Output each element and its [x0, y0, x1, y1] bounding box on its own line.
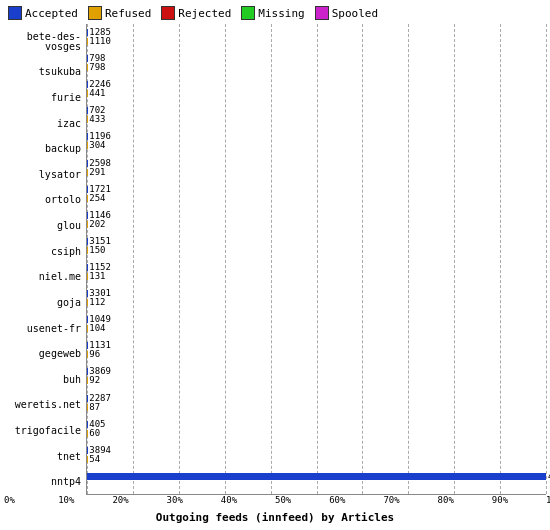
bar-refused-line: 441: [87, 90, 546, 97]
bar-refused-line: 304: [87, 142, 546, 149]
legend-label: Rejected: [178, 7, 231, 20]
legend-item-refused: Refused: [88, 6, 151, 20]
legend-item-spooled: Spooled: [315, 6, 378, 20]
y-labels: bete-des-vosgestsukubafurieizacbackuplys…: [4, 24, 86, 495]
bar-accepted-line: 4878809: [87, 473, 546, 480]
bar-row: 12851110: [87, 24, 546, 50]
bar-row: 1721254: [87, 181, 546, 207]
plot-area: 1285111079879822464417024331196304259829…: [86, 24, 546, 495]
bar-row: 4878809: [87, 468, 546, 494]
bar-accepted-line: 1152: [87, 264, 546, 271]
legend-label: Spooled: [332, 7, 378, 20]
y-label: tnet: [4, 452, 84, 462]
bar-refused-label: 54: [89, 455, 100, 464]
bar-refused-label: 87: [89, 403, 100, 412]
y-label: usenet-fr: [4, 324, 84, 334]
bar-refused-label: 441: [89, 89, 105, 98]
bar-refused-line: 798: [87, 64, 546, 71]
x-tick: 80%: [438, 495, 454, 505]
bar-accepted-line: 405: [87, 421, 546, 428]
bar-refused-label: 1110: [89, 37, 111, 46]
y-label: trigofacile: [4, 426, 84, 436]
y-label: tsukuba: [4, 67, 84, 77]
y-label: glou: [4, 221, 84, 231]
bar-refused-line: 96: [87, 351, 546, 358]
bar-accepted-line: 3869: [87, 368, 546, 375]
y-label: ortolo: [4, 195, 84, 205]
legend-box: [241, 6, 255, 20]
chart-title: Outgoing feeds (innfeed) by Articles: [4, 509, 546, 526]
legend-box: [88, 6, 102, 20]
x-tick: 40%: [221, 495, 237, 505]
x-tick: 10%: [58, 495, 74, 505]
bar-accepted: [87, 473, 546, 480]
bar-row: 1152131: [87, 259, 546, 285]
bar-accepted-line: 1285: [87, 29, 546, 36]
bar-row: 1196304: [87, 128, 546, 154]
y-label: csiph: [4, 247, 84, 257]
y-label: backup: [4, 144, 84, 154]
bar-refused-label: 304: [89, 141, 105, 150]
bar-refused-line: 291: [87, 169, 546, 176]
x-tick: 0%: [4, 495, 15, 505]
bar-row: 3151150: [87, 233, 546, 259]
bar-accepted-line: 2287: [87, 395, 546, 402]
bars-container: 1285111079879822464417024331196304259829…: [87, 24, 546, 494]
bar-refused-label: 202: [89, 220, 105, 229]
chart-area: bete-des-vosgestsukubafurieizacbackuplys…: [4, 24, 546, 495]
legend-box: [161, 6, 175, 20]
x-tick: 30%: [167, 495, 183, 505]
x-tick: 70%: [383, 495, 399, 505]
y-label: lysator: [4, 170, 84, 180]
bar-row: 1146202: [87, 207, 546, 233]
x-tick: 50%: [275, 495, 291, 505]
bar-refused-line: 92: [87, 377, 546, 384]
bar-refused-line: 54: [87, 456, 546, 463]
y-label: gegeweb: [4, 349, 84, 359]
bar-refused-line: 60: [87, 430, 546, 437]
y-label: niel.me: [4, 272, 84, 282]
x-tick: 90%: [492, 495, 508, 505]
bar-refused-line: 202: [87, 221, 546, 228]
x-tick: 60%: [329, 495, 345, 505]
bar-refused-label: 92: [89, 376, 100, 385]
bar-row: 798798: [87, 50, 546, 76]
x-tick: 20%: [112, 495, 128, 505]
bar-accepted-line: 1049: [87, 316, 546, 323]
x-tick: 100%: [546, 495, 550, 505]
bar-row: 1049104: [87, 311, 546, 337]
bar-refused-label: 150: [89, 246, 105, 255]
bar-accepted-line: 702: [87, 107, 546, 114]
bar-refused-label: 798: [89, 63, 105, 72]
bar-accepted-line: 3151: [87, 238, 546, 245]
y-label: weretis.net: [4, 400, 84, 410]
bar-row: 389454: [87, 442, 546, 468]
bar-row: 386992: [87, 363, 546, 389]
bar-refused-label: 131: [89, 272, 105, 281]
bar-refused-line: 87: [87, 404, 546, 411]
bar-refused-line: [87, 482, 546, 489]
bar-row: 3301112: [87, 285, 546, 311]
grid-line: [546, 24, 547, 494]
bar-row: 2598291: [87, 155, 546, 181]
bar-row: 702433: [87, 102, 546, 128]
legend-item-rejected: Rejected: [161, 6, 231, 20]
y-label: furie: [4, 93, 84, 103]
x-axis-labels: 0%10%20%30%40%50%60%70%80%90%100%: [4, 495, 546, 509]
legend-item-accepted: Accepted: [8, 6, 78, 20]
bar-accepted-line: 3894: [87, 447, 546, 454]
bar-refused-line: 433: [87, 116, 546, 123]
bar-refused-label: 60: [89, 429, 100, 438]
bar-row: 2246441: [87, 76, 546, 102]
legend: AcceptedRefusedRejectedMissingSpooled: [4, 4, 546, 24]
bar-accepted-line: 1131: [87, 342, 546, 349]
legend-item-missing: Missing: [241, 6, 304, 20]
y-label: buh: [4, 375, 84, 385]
y-label: goja: [4, 298, 84, 308]
bar-accepted-line: 2598: [87, 160, 546, 167]
bar-refused-line: 112: [87, 299, 546, 306]
bar-row: 40560: [87, 416, 546, 442]
bar-refused-label: 104: [89, 324, 105, 333]
legend-label: Refused: [105, 7, 151, 20]
y-label: nntp4: [4, 477, 84, 487]
